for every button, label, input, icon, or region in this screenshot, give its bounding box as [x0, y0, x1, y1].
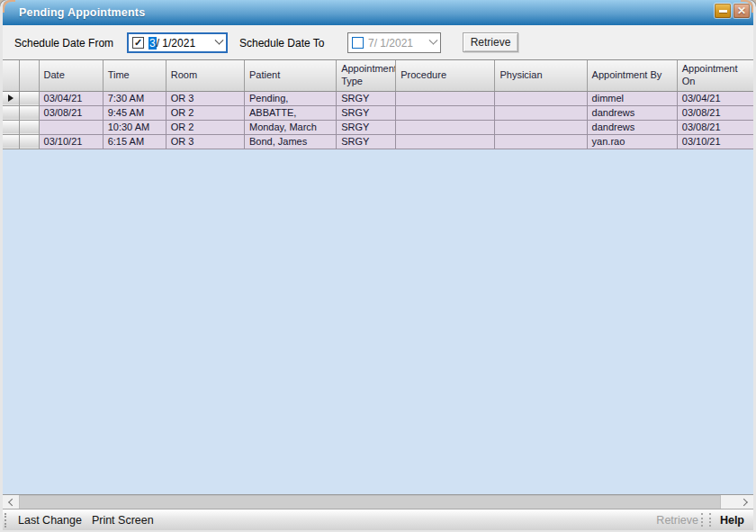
- cell-appointment-type[interactable]: SRGY: [337, 134, 396, 149]
- column-header-date[interactable]: Date: [39, 60, 103, 91]
- column-header-appointment-by[interactable]: Appointment By: [587, 60, 677, 91]
- cell-appointment-by[interactable]: dandrews: [587, 120, 677, 134]
- chevron-down-icon[interactable]: [429, 36, 438, 45]
- chevron-right-icon: [740, 499, 747, 506]
- scrollbar-thumb[interactable]: [19, 495, 721, 509]
- cell-appointment-by[interactable]: dimmel: [587, 91, 677, 105]
- horizontal-scrollbar[interactable]: [3, 494, 753, 509]
- help-button[interactable]: Help: [720, 514, 744, 527]
- row-indicator-cell[interactable]: [19, 120, 39, 134]
- cell-procedure[interactable]: [396, 120, 495, 134]
- retrieve-status-button[interactable]: Retrieve: [656, 514, 698, 527]
- to-date-value: 7/ 1/2021: [368, 37, 413, 50]
- row-indicator-cell[interactable]: [19, 134, 39, 149]
- minimize-icon: [719, 10, 727, 13]
- cell-date[interactable]: 03/08/21: [39, 105, 103, 120]
- cell-date[interactable]: [39, 120, 103, 134]
- appointments-grid: Date Time Room Patient Appointment Type …: [3, 59, 753, 510]
- cell-appointment-on[interactable]: 03/08/21: [677, 120, 753, 134]
- cell-date[interactable]: 03/04/21: [39, 91, 103, 105]
- last-change-button[interactable]: Last Change: [18, 514, 82, 527]
- cell-appointment-type[interactable]: SRGY: [337, 91, 396, 105]
- indicator-header: [19, 60, 39, 91]
- cell-patient[interactable]: Pending,: [244, 91, 336, 105]
- scroll-right-button[interactable]: [737, 495, 753, 509]
- cell-room[interactable]: OR 2: [166, 105, 244, 120]
- row-indicator-cell[interactable]: [19, 91, 39, 105]
- statusbar-right-group: Retrieve Help: [646, 513, 753, 527]
- table-row[interactable]: 03/10/21 6:15 AM OR 3 Bond, James SRGY y…: [3, 134, 753, 149]
- cell-patient[interactable]: Monday, March: [244, 120, 336, 134]
- cell-appointment-by[interactable]: dandrews: [587, 105, 677, 120]
- cell-appointment-on[interactable]: 03/04/21: [677, 91, 753, 105]
- column-header-time[interactable]: Time: [103, 60, 166, 91]
- window-controls: ✕: [715, 4, 750, 18]
- cell-appointment-type[interactable]: SRGY: [337, 105, 396, 120]
- cell-physician[interactable]: [495, 105, 587, 120]
- column-header-appointment-type[interactable]: Appointment Type: [337, 60, 396, 91]
- appointments-table: Date Time Room Patient Appointment Type …: [3, 60, 753, 149]
- filter-toolbar: Schedule Date From ✓ 3/ 1/2021 Schedule …: [3, 25, 753, 59]
- column-header-room[interactable]: Room: [166, 60, 244, 91]
- row-indicator-cell[interactable]: [19, 105, 39, 120]
- from-date-rest-segment: / 1/2021: [157, 37, 195, 50]
- table-row[interactable]: 03/04/21 7:30 AM OR 3 Pending, SRGY dimm…: [3, 91, 753, 105]
- close-button[interactable]: ✕: [734, 4, 750, 18]
- close-icon: ✕: [737, 5, 746, 16]
- column-header-patient[interactable]: Patient: [244, 60, 336, 91]
- table-row[interactable]: 10:30 AM OR 2 Monday, March SRGY dandrew…: [3, 120, 753, 134]
- cell-time[interactable]: 6:15 AM: [103, 134, 166, 149]
- checkmark-icon: ✓: [134, 38, 142, 48]
- schedule-date-to-picker[interactable]: 7/ 1/2021: [347, 32, 441, 53]
- cell-procedure[interactable]: [396, 134, 495, 149]
- column-header-physician[interactable]: Physician: [495, 60, 587, 91]
- column-header-appointment-on[interactable]: Appointment On: [677, 60, 753, 91]
- cell-physician[interactable]: [495, 120, 587, 134]
- row-selector-header: [3, 60, 19, 91]
- cell-room[interactable]: OR 3: [166, 134, 244, 149]
- cell-time[interactable]: 9:45 AM: [103, 105, 166, 120]
- title-bar: Pending Appointments ✕: [3, 0, 753, 25]
- cell-room[interactable]: OR 3: [166, 91, 244, 105]
- chevron-left-icon: [8, 499, 15, 506]
- retrieve-button[interactable]: Retrieve: [463, 32, 518, 52]
- statusbar-grip: [4, 513, 8, 527]
- cell-physician[interactable]: [495, 134, 587, 149]
- current-row-arrow-icon: [8, 95, 14, 102]
- cell-procedure[interactable]: [396, 105, 495, 120]
- cell-date[interactable]: 03/10/21: [39, 134, 103, 149]
- column-header-procedure[interactable]: Procedure: [396, 60, 495, 91]
- cell-time[interactable]: 7:30 AM: [103, 91, 166, 105]
- separator: [701, 513, 704, 527]
- schedule-date-to-label: Schedule Date To: [239, 37, 325, 50]
- from-date-selected-segment: 3: [148, 37, 157, 50]
- row-selector-cell[interactable]: [3, 134, 19, 149]
- cell-physician[interactable]: [495, 91, 587, 105]
- scroll-left-button[interactable]: [3, 495, 19, 509]
- cell-patient[interactable]: ABBATTE,: [244, 105, 336, 120]
- cell-procedure[interactable]: [396, 91, 495, 105]
- from-date-checkbox[interactable]: ✓: [132, 37, 144, 49]
- pending-appointments-window: Pending Appointments ✕ Schedule Date Fro…: [0, 0, 756, 532]
- chevron-down-icon[interactable]: [215, 36, 224, 45]
- schedule-date-from-picker[interactable]: ✓ 3/ 1/2021: [127, 32, 228, 53]
- cell-time[interactable]: 10:30 AM: [103, 120, 166, 134]
- scrollbar-track[interactable]: [721, 495, 737, 509]
- table-row[interactable]: 03/08/21 9:45 AM OR 2 ABBATTE, SRGY dand…: [3, 105, 753, 120]
- cell-appointment-type[interactable]: SRGY: [337, 120, 396, 134]
- row-selector-cell[interactable]: [3, 120, 19, 134]
- cell-patient[interactable]: Bond, James: [244, 134, 336, 149]
- from-date-value: 3/ 1/2021: [148, 37, 195, 50]
- separator: [709, 513, 712, 527]
- row-selector-cell[interactable]: [3, 105, 19, 120]
- row-selector-cell[interactable]: [3, 91, 19, 105]
- header-row: Date Time Room Patient Appointment Type …: [3, 60, 753, 91]
- status-bar: Last Change Print Screen Retrieve Help: [3, 509, 753, 530]
- cell-appointment-on[interactable]: 03/10/21: [677, 134, 753, 149]
- cell-appointment-by[interactable]: yan.rao: [587, 134, 677, 149]
- to-date-checkbox[interactable]: [352, 37, 364, 49]
- print-screen-button[interactable]: Print Screen: [92, 514, 154, 527]
- cell-appointment-on[interactable]: 03/08/21: [677, 105, 753, 120]
- cell-room[interactable]: OR 2: [166, 120, 244, 134]
- minimize-button[interactable]: [715, 4, 731, 18]
